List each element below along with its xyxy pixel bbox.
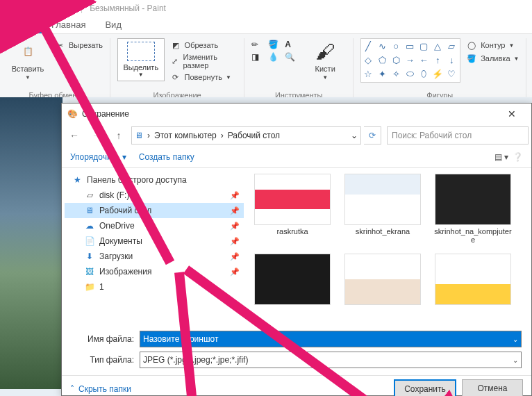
doc-icon: 📄 [84, 236, 95, 247]
bc-pc[interactable]: Этот компьютер [154, 131, 217, 140]
forward-button[interactable]: → [87, 127, 106, 144]
cut-label: Вырезать [69, 41, 103, 49]
outline-icon: ◯ [466, 40, 477, 51]
app-icon: 🎨 [4, 3, 15, 14]
pin-icon: 📌 [230, 252, 240, 261]
star-icon: ★ [72, 174, 83, 185]
file-name: skrinhot_ekrana [356, 227, 410, 236]
pin-icon: 📌 [230, 222, 240, 231]
filetype-select[interactable]: JPEG (*.jpg;*.jpeg;*.jpe;*.jfif)⌄ [140, 352, 522, 368]
crop-label: Обрезать [185, 41, 219, 49]
hide-folders-button[interactable]: ˄Скрыть папки [70, 384, 131, 394]
refresh-button[interactable]: ⟳ [364, 126, 381, 145]
brushes-button[interactable]: 🖌 Кисти ▼ [304, 38, 346, 81]
group-tools: ✏ 🪣 A ◨ 💧 🔍 🖌 Кисти ▼ Инструменты [244, 38, 354, 102]
tree-downloads[interactable]: ⬇Загрузки📌 [65, 249, 244, 264]
shapes-gallery[interactable]: ╱∿○▭▢△▱ ◇⬠⬡→←↑↓ ☆✦✧⬭⬯⚡♡ [360, 38, 460, 83]
canvas-image [0, 97, 63, 389]
tab-home[interactable]: Главная [42, 17, 95, 33]
view-button[interactable]: ▤ ▾ [494, 152, 508, 162]
file-name: skrinhot_na_kompjutere [433, 227, 513, 244]
file-item[interactable]: skrinhot_na_kompjutere [433, 174, 513, 244]
tree-pictures[interactable]: 🖼Изображения📌 [65, 264, 244, 279]
ribbon-tabs: Файл Главная Вид [0, 17, 532, 34]
dialog-title: Сохранение [82, 109, 129, 119]
drive-icon: ▱ [84, 190, 95, 201]
pin-icon: 📌 [230, 191, 240, 200]
download-icon: ⬇ [84, 251, 95, 262]
tree-disk-f[interactable]: ▱disk (F:)📌 [65, 188, 244, 203]
rotate-icon: ⟳ [170, 72, 181, 83]
save-icon[interactable]: 💾 [19, 3, 31, 14]
cancel-button[interactable]: Отмена [462, 379, 523, 396]
title-bar: 🎨 💾 ↶ ↷ ▾ | Безымянный - Paint [0, 0, 532, 17]
rotate-label: Повернуть [185, 73, 222, 81]
group-image: Выделить ▼ ◩Обрезать ⤢Изменить размер ⟳П… [110, 38, 244, 102]
undo-icon[interactable]: ↶ [35, 3, 46, 14]
dialog-toolbar: Упорядочить ▾ Создать папку ▤ ▾ ❔ [62, 147, 531, 168]
redo-icon[interactable]: ↷ [50, 3, 61, 14]
cut-button[interactable]: ✂Вырезать [54, 40, 103, 51]
breadcrumb[interactable]: 🖥 › Этот компьютер › Рабочий стол ⌄ [131, 126, 361, 145]
file-item[interactable] [433, 254, 513, 305]
tree-folder-1[interactable]: 📁1 [65, 279, 244, 295]
rotate-button[interactable]: ⟳Повернуть ▼ [170, 72, 238, 83]
tree-documents[interactable]: 📄Документы📌 [65, 233, 244, 249]
file-name: raskrutka [276, 227, 308, 236]
outline-label: Контур [481, 41, 505, 49]
search-input[interactable]: Поиск: Рабочий стол [387, 126, 529, 145]
tree-onedrive[interactable]: ☁OneDrive📌 [65, 218, 244, 233]
window-title: Безымянный - Paint [90, 3, 166, 13]
resize-button[interactable]: ⤢Изменить размер [170, 53, 238, 69]
fill-icon[interactable]: 🪣 [268, 40, 282, 49]
pin-icon: 📌 [230, 206, 240, 215]
ribbon: 📋 Вставить ▼ ✂Вырезать Буфер обмена Выде… [0, 34, 532, 103]
select-rect-icon [127, 42, 155, 61]
search-placeholder: Поиск: Рабочий стол [392, 131, 472, 140]
folder-icon: 📁 [84, 281, 95, 292]
select-button[interactable]: Выделить ▼ [117, 38, 165, 81]
tab-view[interactable]: Вид [95, 17, 131, 33]
eraser-icon[interactable]: ◨ [251, 52, 265, 62]
filename-label: Имя файла: [72, 334, 134, 344]
organize-button[interactable]: Упорядочить ▾ [70, 152, 126, 162]
file-item[interactable] [252, 254, 333, 305]
shapefill-icon: 🪣 [466, 53, 477, 64]
zoom-icon[interactable]: 🔍 [285, 52, 299, 62]
file-item[interactable]: skrinhot_ekrana [342, 174, 423, 244]
crop-button[interactable]: ◩Обрезать [170, 40, 238, 51]
qat-dropdown-icon[interactable]: ▾ [65, 3, 76, 14]
close-button[interactable]: ✕ [498, 104, 526, 124]
dialog-fields: Имя файла: Назовите скриншот⌄ Тип файла:… [62, 327, 531, 375]
tree-quick-access[interactable]: ★Панель быстрого доступа [65, 172, 244, 188]
up-button[interactable]: ↑ [109, 127, 128, 144]
bc-desktop[interactable]: Рабочий стол [228, 131, 280, 140]
paste-button[interactable]: 📋 Вставить ▼ [7, 38, 49, 81]
file-item[interactable] [342, 254, 423, 305]
tab-file[interactable]: Файл [0, 17, 42, 33]
save-button[interactable]: Сохранить [394, 379, 456, 396]
save-dialog: 🎨 Сохранение ✕ ← → ↑ 🖥 › Этот компьютер … [61, 103, 532, 396]
pencil-icon[interactable]: ✏ [251, 40, 265, 49]
clipboard-icon: 📋 [16, 40, 40, 63]
group-clipboard: 📋 Вставить ▼ ✂Вырезать Буфер обмена [0, 38, 110, 102]
file-item[interactable]: raskrutka [252, 174, 333, 244]
resize-label: Изменить размер [183, 53, 237, 69]
dialog-nav: ← → ↑ 🖥 › Этот компьютер › Рабочий стол … [62, 124, 531, 147]
shape-fill-button[interactable]: 🪣Заливка ▼ [466, 53, 519, 64]
picker-icon[interactable]: 💧 [268, 52, 282, 62]
filetype-label: Тип файла: [72, 355, 134, 365]
group-size: Толщи [526, 38, 532, 102]
shapefill-label: Заливка [481, 54, 510, 63]
back-button[interactable]: ← [65, 127, 84, 144]
brushes-label: Кисти [315, 65, 335, 73]
chevron-up-icon: ˄ [70, 384, 74, 394]
filename-input[interactable]: Назовите скриншот⌄ [140, 331, 522, 347]
dialog-body: ★Панель быстрого доступа ▱disk (F:)📌 🖥Ра… [62, 168, 531, 327]
outline-button[interactable]: ◯Контур ▼ [466, 40, 519, 51]
pin-icon: 📌 [230, 237, 240, 246]
newfolder-button[interactable]: Создать папку [139, 152, 194, 162]
help-button[interactable]: ❔ [513, 152, 523, 162]
tree-desktop[interactable]: 🖥Рабочий стол📌 [65, 203, 244, 218]
text-icon[interactable]: A [285, 40, 299, 49]
